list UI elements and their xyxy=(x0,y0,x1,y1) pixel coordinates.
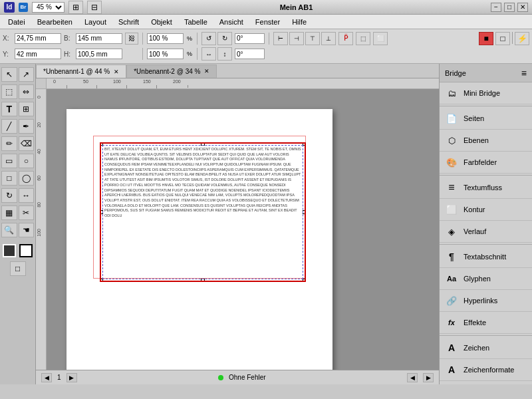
menu-objekt[interactable]: Objekt xyxy=(146,17,178,27)
toolbar-sep-r xyxy=(512,32,513,44)
panel-item-zeichen[interactable]: A Zeichen xyxy=(440,337,532,359)
panel-item-kontur-label: Kontur xyxy=(464,205,485,213)
menu-bearbeiten[interactable]: Bearbeiten xyxy=(32,17,78,27)
align-icon-2[interactable]: ⊣ xyxy=(289,32,304,45)
panel-item-kontur[interactable]: ⬜ Kontur xyxy=(440,199,532,221)
text-tool[interactable]: T xyxy=(1,102,17,116)
ellipse-tool[interactable]: ◯ xyxy=(19,171,35,186)
tab-2-close[interactable]: ✕ xyxy=(204,68,209,74)
scissors-tool[interactable]: ✂ xyxy=(19,205,35,220)
prev-page-button[interactable]: ◀ xyxy=(41,373,52,382)
textframe-icon-3[interactable]: ⬜ xyxy=(373,32,388,45)
panel-item-ebenen[interactable]: ⬡ Ebenen xyxy=(440,130,532,152)
tab-2-label: *Unbenannt-2 @ 34 % xyxy=(134,68,200,75)
status-nav-1[interactable]: ◀ xyxy=(407,373,418,382)
pen-tool[interactable]: ✒ xyxy=(19,119,35,134)
rotate-right-icon[interactable]: ↻ xyxy=(217,32,232,45)
line-tool[interactable]: ╱ xyxy=(1,119,17,134)
panel-item-farbfelder[interactable]: 🎨 Farbfelder xyxy=(440,152,532,174)
menu-layout[interactable]: Layout xyxy=(79,17,112,27)
close-button[interactable]: ✕ xyxy=(517,3,528,12)
textframe-icon-2[interactable]: ⬚ xyxy=(356,32,370,45)
status-bar: ◀ 1 ▶ Ohne Fehler ◀ ▶ xyxy=(36,370,439,384)
x-label: X: xyxy=(3,35,12,42)
normal-mode[interactable]: □ xyxy=(10,261,26,276)
panel-item-textumfluss[interactable]: ≡ Textumfluss xyxy=(440,177,532,199)
seiten-icon: 📄 xyxy=(445,112,458,125)
tab-document-1[interactable]: *Unbenannt-1 @ 44 % ✕ xyxy=(36,65,126,78)
h-input[interactable] xyxy=(76,49,122,59)
panel-item-mini-bridge[interactable]: 🗂 Mini Bridge xyxy=(440,82,532,104)
shear-input[interactable] xyxy=(235,49,265,59)
menu-tabelle[interactable]: Tabelle xyxy=(179,17,213,27)
align-icon-4[interactable]: ⊥ xyxy=(321,32,336,45)
page-tool[interactable]: ⬚ xyxy=(1,84,17,99)
next-page-button[interactable]: ▶ xyxy=(66,373,77,382)
panel-item-verlauf[interactable]: ◈ Verlauf xyxy=(440,221,532,243)
flip-h-icon[interactable]: ↔ xyxy=(201,47,216,61)
layout-icon-1[interactable]: ⊞ xyxy=(68,1,83,14)
panel-item-effekte[interactable]: fx Effekte xyxy=(440,312,532,334)
layout-icon-2[interactable]: ⊟ xyxy=(87,1,102,14)
tab-1-close[interactable]: ✕ xyxy=(114,68,119,75)
fill-black[interactable] xyxy=(3,244,16,257)
scale-tool[interactable]: ↔ xyxy=(19,188,35,203)
gap-tool[interactable]: ⇔ xyxy=(19,84,35,99)
panel-item-textabschnitt[interactable]: ¶ Textabschnitt xyxy=(440,246,532,268)
panel-item-hyperlinks[interactable]: 🔗 Hyperlinks xyxy=(440,290,532,312)
page-white: + BIT, XTEUNT DOLUT QUAM, ET, EUM ETURS … xyxy=(66,109,332,370)
panel-item-seiten[interactable]: 📄 Seiten xyxy=(440,108,532,130)
table-tool[interactable]: ⊞ xyxy=(19,102,35,116)
title-text: Mein AB1 xyxy=(280,3,313,11)
scale-h-input[interactable] xyxy=(147,49,184,59)
chain-icon[interactable]: ⛓ xyxy=(125,33,138,45)
stroke-white[interactable] xyxy=(19,244,33,257)
eraser-tool[interactable]: ⌫ xyxy=(19,136,35,151)
text-frame[interactable]: + BIT, XTEUNT DOLUT QUAM, ET, EUM ETURS … xyxy=(100,142,306,282)
maximize-button[interactable]: □ xyxy=(504,3,515,12)
kontur-icon: ⬜ xyxy=(445,203,458,216)
pencil-tool[interactable]: ✏ xyxy=(1,136,17,151)
zoom-select[interactable]: 45 % xyxy=(32,2,65,13)
align-icon-3[interactable]: ⊤ xyxy=(305,32,320,45)
stroke-icon[interactable]: □ xyxy=(495,32,510,45)
direct-select-tool[interactable]: ↗ xyxy=(19,67,35,82)
menu-datei[interactable]: Datei xyxy=(3,17,31,27)
scale-w-input[interactable] xyxy=(147,33,184,44)
select-tool[interactable]: ↖ xyxy=(1,67,17,82)
align-icons: ⊢ ⊣ ⊤ ⊥ xyxy=(273,32,336,45)
x-input[interactable] xyxy=(15,33,61,44)
menu-hilfe[interactable]: Hilfe xyxy=(287,17,312,27)
panel-item-glyphen[interactable]: Aa Glyphen xyxy=(440,268,532,290)
b-input[interactable] xyxy=(76,33,122,44)
tool-sep-1 xyxy=(1,239,34,242)
y-input[interactable] xyxy=(15,49,61,59)
rect-frame-tool[interactable]: ▭ xyxy=(1,154,17,168)
gradient-tool[interactable]: ▦ xyxy=(1,205,17,220)
minimize-button[interactable]: − xyxy=(491,3,501,12)
rotate-tool[interactable]: ↻ xyxy=(1,188,17,203)
align-icon-1[interactable]: ⊢ xyxy=(273,32,288,45)
menu-ansicht[interactable]: Ansicht xyxy=(214,17,249,27)
hand-tool[interactable]: ☚ xyxy=(19,223,35,237)
status-nav-2[interactable]: ▶ xyxy=(423,373,434,382)
lightning-icon[interactable]: ⚡ xyxy=(515,32,529,45)
rect-tool[interactable]: □ xyxy=(1,171,17,186)
rotate-input[interactable] xyxy=(235,33,265,44)
panel-item-zeichen-label: Zeichen xyxy=(464,344,489,352)
rotate-left-icon[interactable]: ↺ xyxy=(201,32,216,45)
bridge-icon[interactable]: Br xyxy=(19,3,28,12)
textframe-icon-1[interactable]: P̈ xyxy=(338,32,353,45)
zoom-tool[interactable]: 🔍 xyxy=(1,223,17,237)
ellipse-frame-tool[interactable]: ○ xyxy=(19,154,35,168)
fill-stroke-icon[interactable]: ■ xyxy=(479,32,493,45)
panel-collapse-icon[interactable]: ≡ xyxy=(521,68,527,78)
tab-document-2[interactable]: *Unbenannt-2 @ 34 % ✕ xyxy=(126,65,217,78)
overflow-indicator[interactable]: + xyxy=(305,281,306,282)
menu-fenster[interactable]: Fenster xyxy=(250,17,285,27)
panel-item-zeichenformate[interactable]: A Zeichenformate xyxy=(440,359,532,381)
menu-schrift[interactable]: Schrift xyxy=(113,17,144,27)
right-panel-title: Bridge xyxy=(445,69,466,77)
flip-v-icon[interactable]: ↕ xyxy=(217,47,232,61)
right-panel: Bridge ≡ 🗂 Mini Bridge 📄 Seiten ⬡ Ebenen… xyxy=(439,64,532,384)
